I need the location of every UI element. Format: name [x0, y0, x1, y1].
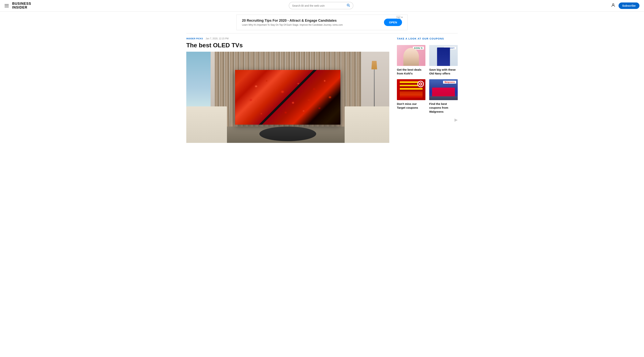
sidebar-ad: ▶ — [397, 117, 458, 122]
walgreens-logo: Walgreens — [443, 81, 456, 84]
play-icon: ▶ — [454, 117, 458, 122]
header-left: BUSINESS INSIDER — [4, 2, 31, 9]
room-lamp — [372, 61, 377, 107]
article-title: The best OLED TVs — [186, 42, 389, 49]
ad-label: Ad ✕ — [396, 16, 403, 19]
coupon-text-oldnavy: Save big with these Old Navy offers — [429, 68, 458, 76]
coupon-grid: KOHL'S Get the best deals from Kohl's OL… — [397, 45, 458, 114]
target-logo — [418, 81, 424, 87]
coupon-image-oldnavy: OLD NAVY — [429, 45, 458, 66]
room-scene — [186, 52, 389, 143]
coffee-table — [259, 127, 316, 141]
search-input[interactable] — [292, 4, 345, 7]
walgreens-street — [429, 96, 458, 100]
coupon-image-kohls: KOHL'S — [397, 45, 426, 66]
logo-line1: BUSINESS — [12, 2, 31, 6]
content-area: INSIDER PICKS Jan 7, 2020, 12:15 PM The … — [186, 37, 458, 143]
sofa-left — [186, 106, 227, 143]
coupon-text-target: Don't miss our Target coupons — [397, 102, 426, 110]
logo-line2: INSIDER — [12, 6, 31, 9]
page-wrapper: Ad ✕ 20 Recruiting Tips For 2020 - Attra… — [183, 15, 461, 143]
ad-text-block: 20 Recruiting Tips For 2020 - Attract & … — [242, 19, 343, 26]
kohls-figure — [403, 48, 419, 66]
subscribe-button[interactable]: Subscribe — [618, 2, 640, 9]
search-bar[interactable] — [289, 2, 353, 9]
sofa-right — [344, 106, 389, 143]
ad-subtitle: Learn Why It's Important To Stay On Top … — [242, 23, 343, 26]
header-right: Subscribe — [611, 2, 640, 9]
tv-display — [235, 70, 340, 125]
user-icon[interactable] — [611, 3, 616, 8]
site-header: BUSINESS INSIDER Subscribe — [0, 0, 644, 11]
svg-line-1 — [349, 6, 350, 7]
coupon-image-target — [397, 79, 426, 100]
article-meta: INSIDER PICKS Jan 7, 2020, 12:15 PM — [186, 37, 389, 40]
svg-point-2 — [612, 3, 614, 5]
ad-open-button[interactable]: OPEN — [384, 19, 402, 26]
article-section: INSIDER PICKS Jan 7, 2020, 12:15 PM The … — [186, 37, 389, 143]
coupon-image-walgreens: Walgreens — [429, 79, 458, 100]
ad-tag: Ad — [396, 16, 400, 19]
site-logo[interactable]: BUSINESS INSIDER — [12, 2, 31, 9]
hamburger-menu[interactable] — [4, 4, 9, 7]
article-date: Jan 7, 2020, 12:15 PM — [206, 37, 229, 40]
section-divider — [186, 33, 458, 33]
ad-title: 20 Recruiting Tips For 2020 - Attract & … — [242, 19, 343, 23]
article-image-wrapper — [186, 52, 389, 143]
article-category[interactable]: INSIDER PICKS — [186, 37, 203, 40]
coupon-item-oldnavy[interactable]: OLD NAVY Save big with these Old Navy of… — [429, 45, 458, 76]
oldnavy-figure — [437, 47, 450, 66]
sidebar: TAKE A LOOK AT OUR COUPONS KOHL'S Get th… — [397, 37, 458, 122]
coupon-text-kohls: Get the best deals from Kohl's — [397, 68, 426, 76]
article-image — [186, 52, 389, 143]
coupon-item-kohls[interactable]: KOHL'S Get the best deals from Kohl's — [397, 45, 426, 76]
ad-close-icon[interactable]: ✕ — [401, 16, 403, 19]
coupon-text-walgreens: Find the best coupons from Walgreens — [429, 102, 458, 114]
search-icon — [346, 3, 350, 8]
coupon-item-walgreens[interactable]: Walgreens Find the best coupons from Wal… — [429, 79, 458, 114]
coupon-item-target[interactable]: Don't miss our Target coupons — [397, 79, 426, 114]
ad-banner: Ad ✕ 20 Recruiting Tips For 2020 - Attra… — [236, 15, 408, 30]
sidebar-heading: TAKE A LOOK AT OUR COUPONS — [397, 37, 458, 42]
